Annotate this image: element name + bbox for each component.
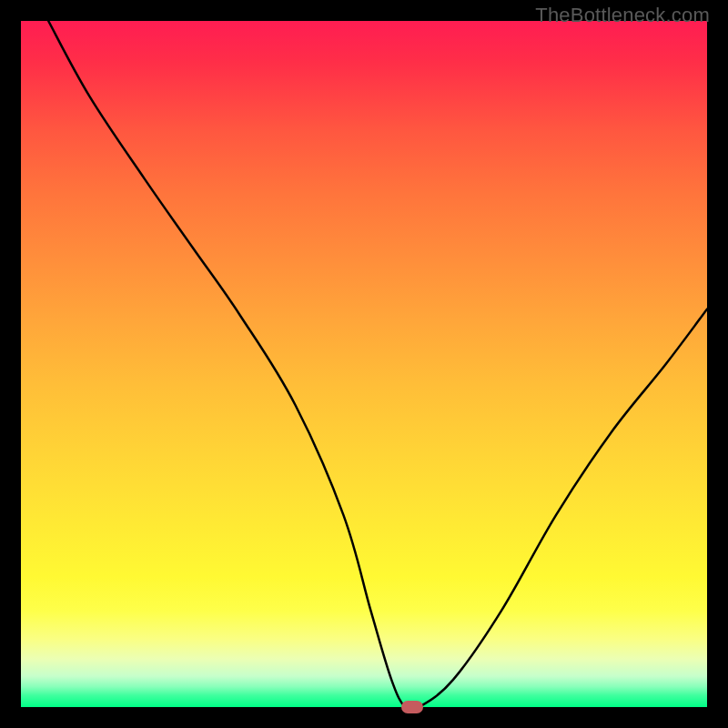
watermark-text: TheBottleneck.com [535, 4, 710, 27]
minimum-marker [401, 701, 423, 713]
bottleneck-curve [21, 21, 707, 707]
plot-area [21, 21, 707, 707]
